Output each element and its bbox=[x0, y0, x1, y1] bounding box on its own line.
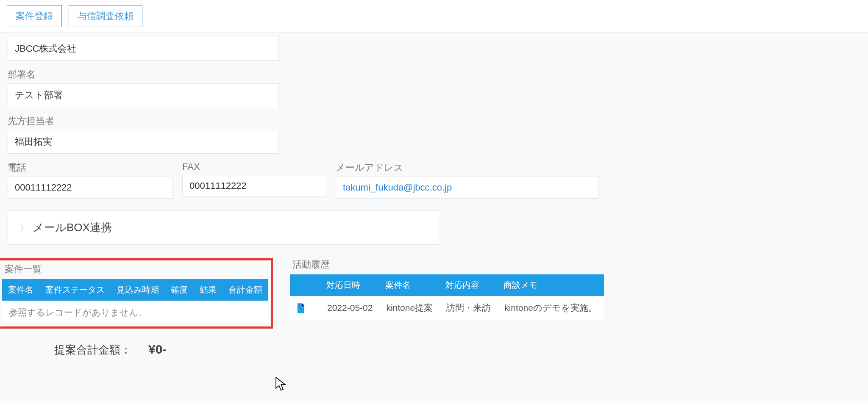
activity-row-memo: kintoneのデモを実施。 bbox=[498, 296, 604, 320]
activity-col-icon bbox=[290, 274, 320, 296]
deal-col-name[interactable]: 案件名 bbox=[2, 279, 39, 301]
activity-panel: 活動履歴 対応日時 案件名 対応内容 商談メモ bbox=[290, 258, 604, 320]
activity-title: 活動履歴 bbox=[290, 258, 604, 271]
fax-label: FAX bbox=[182, 161, 326, 172]
mailbox-expander[interactable]: 〉 メールBOX連携 bbox=[8, 210, 439, 245]
deal-list-empty: 参照するレコードがありません。 bbox=[2, 301, 268, 325]
chevron-right-icon: 〉 bbox=[20, 223, 28, 233]
proposal-total-label: 提案合計金額： bbox=[54, 343, 131, 357]
contact-label: 先方担当者 bbox=[8, 115, 860, 127]
activity-col-deal[interactable]: 案件名 bbox=[379, 274, 440, 296]
activity-col-date[interactable]: 対応日時 bbox=[320, 274, 379, 296]
deal-col-result[interactable]: 結果 bbox=[194, 279, 223, 301]
tel-label: 電話 bbox=[8, 161, 173, 174]
deal-list-highlight: 案件一覧 案件名 案件ステータス 見込み時期 確度 結果 合計金額 bbox=[0, 258, 273, 329]
deal-list-title: 案件一覧 bbox=[2, 263, 268, 276]
fax-field[interactable]: 00011112222 bbox=[182, 175, 326, 197]
table-row-empty: 参照するレコードがありません。 bbox=[2, 301, 268, 325]
credit-check-button[interactable]: 与信調査依頼 bbox=[69, 5, 142, 27]
tel-field[interactable]: 00011112222 bbox=[8, 177, 173, 199]
activity-col-action[interactable]: 対応内容 bbox=[440, 274, 498, 296]
mailbox-expander-label: メールBOX連携 bbox=[33, 220, 112, 235]
table-row[interactable]: 2022-05-02 kintone提案 訪問・来訪 kintoneのデモを実施… bbox=[290, 296, 604, 320]
company-field[interactable]: JBCC株式会社 bbox=[8, 37, 279, 61]
email-field[interactable]: takumi_fukuda@jbcc.co.jp bbox=[336, 177, 598, 199]
deal-list-panel: 案件一覧 案件名 案件ステータス 見込み時期 確度 結果 合計金額 bbox=[2, 263, 268, 325]
document-icon bbox=[297, 303, 304, 313]
proposal-total-value: ¥0- bbox=[148, 342, 167, 357]
proposal-total-summary: 提案合計金額： ¥0- bbox=[8, 342, 860, 357]
register-deal-button[interactable]: 案件登録 bbox=[7, 5, 62, 27]
department-label: 部署名 bbox=[8, 68, 860, 81]
activity-row-action: 訪問・来訪 bbox=[440, 296, 498, 320]
deal-col-status[interactable]: 案件ステータス bbox=[39, 279, 111, 301]
activity-row-deal: kintone提案 bbox=[379, 296, 440, 320]
deal-col-total[interactable]: 合計金額 bbox=[223, 279, 268, 301]
deal-list-table: 案件名 案件ステータス 見込み時期 確度 結果 合計金額 参照するレコードがあり… bbox=[2, 279, 268, 325]
activity-col-memo[interactable]: 商談メモ bbox=[498, 274, 604, 296]
contact-field[interactable]: 福田拓実 bbox=[8, 130, 279, 154]
email-label: メールアドレス bbox=[336, 161, 598, 174]
action-toolbar: 案件登録 与信調査依頼 bbox=[0, 0, 868, 33]
activity-row-icon-cell[interactable] bbox=[290, 296, 320, 320]
deal-col-prob[interactable]: 確度 bbox=[165, 279, 194, 301]
activity-row-date: 2022-05-02 bbox=[320, 296, 379, 320]
department-field[interactable]: テスト部署 bbox=[8, 83, 279, 107]
activity-table: 対応日時 案件名 対応内容 商談メモ 202 bbox=[290, 274, 604, 320]
deal-col-period[interactable]: 見込み時期 bbox=[111, 279, 165, 301]
